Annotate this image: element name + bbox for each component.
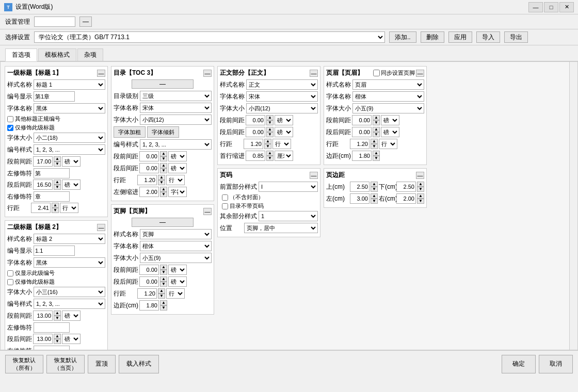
footer-before-up[interactable]: ▲	[160, 265, 167, 270]
h2-before-up[interactable]: ▲	[54, 311, 61, 316]
h2-shownum-check[interactable]	[7, 270, 13, 276]
toc-italic-btn[interactable]: 字体倾斜	[147, 126, 179, 138]
header-margin-input[interactable]	[352, 151, 372, 161]
toc-indent-up[interactable]: ▲	[160, 187, 167, 192]
body-size-select[interactable]: 小四(12)	[246, 103, 318, 113]
h2-num-input[interactable]	[34, 246, 75, 256]
h2-font-select[interactable]: 黑体	[34, 257, 105, 268]
toc-size-select[interactable]: 小四(12)	[140, 115, 212, 125]
footer-after-input[interactable]	[139, 276, 159, 287]
footer-minus[interactable]: —	[203, 208, 212, 215]
footer-size-select[interactable]: 小五(9)	[140, 253, 212, 263]
cancel-btn[interactable]: 取消	[539, 355, 573, 373]
h1-style-select[interactable]: 标题 1	[34, 79, 105, 90]
toc-minus[interactable]: —	[203, 70, 212, 77]
h2-after-up[interactable]: ▲	[54, 334, 61, 339]
header-line-unit[interactable]: 行	[379, 139, 397, 149]
h1-font-select[interactable]: 黑体	[34, 103, 105, 113]
header-after-input[interactable]	[352, 127, 372, 137]
margin-bottom-down[interactable]: ▼	[417, 187, 424, 192]
body-line-input[interactable]	[244, 139, 263, 149]
export-btn[interactable]: 导出	[504, 31, 528, 43]
load-style-btn[interactable]: 载入样式	[119, 355, 159, 373]
h2-leftdeco-input[interactable]	[34, 322, 70, 333]
footer-after-unit[interactable]: 磅	[168, 276, 187, 287]
h1-modify-check[interactable]	[7, 125, 13, 131]
header-after-up[interactable]: ▲	[373, 127, 380, 132]
h2-size-select[interactable]: 小三(16)	[34, 287, 105, 297]
margin-left-up[interactable]: ▲	[371, 193, 378, 199]
header-line-input[interactable]	[350, 139, 370, 149]
footer-before-unit[interactable]: 磅	[168, 265, 187, 275]
header-before-up[interactable]: ▲	[373, 115, 380, 120]
h1-before-up[interactable]: ▲	[54, 156, 61, 161]
right-scrollbar[interactable]	[569, 62, 577, 350]
body-line-unit[interactable]: 行	[272, 139, 291, 149]
header-style-select[interactable]: 页眉	[352, 79, 424, 90]
margin-top-down[interactable]: ▼	[371, 187, 378, 192]
h1-rightdeco-input[interactable]	[34, 191, 70, 202]
body-after-down[interactable]: ▼	[266, 132, 274, 137]
toc-font-select[interactable]: 宋体	[140, 103, 212, 113]
margin-left-down[interactable]: ▼	[371, 199, 378, 204]
margin-minus[interactable]: —	[416, 172, 424, 179]
toc-topbar[interactable]: —	[132, 79, 194, 89]
reset-current-btn[interactable]: 恢复默认 （当页）	[46, 355, 85, 373]
toc-before-down[interactable]: ▼	[160, 156, 167, 161]
footer-margin-up[interactable]: ▲	[160, 300, 167, 305]
h2-after-unit[interactable]: 磅	[62, 334, 81, 344]
h2-before-unit[interactable]: 磅	[62, 311, 81, 321]
toc-indent-down[interactable]: ▼	[160, 192, 167, 197]
h2-before-input[interactable]	[33, 311, 53, 321]
close-btn[interactable]: ✕	[559, 2, 574, 12]
body-after-up[interactable]: ▲	[266, 127, 274, 132]
tab-misc[interactable]: 杂项	[77, 48, 103, 61]
h2-after-down[interactable]: ▼	[54, 339, 61, 344]
body-line-up[interactable]: ▲	[264, 139, 271, 144]
add-btn[interactable]: 添加..	[389, 31, 416, 43]
margin-top-input[interactable]	[350, 182, 370, 192]
body-after-unit[interactable]: 磅	[275, 127, 293, 137]
body-minus[interactable]: —	[310, 70, 318, 77]
footer-line-input[interactable]	[137, 288, 157, 299]
h1-num-input[interactable]	[34, 91, 75, 102]
body-before-down[interactable]: ▼	[266, 120, 274, 125]
toc-before-up[interactable]: ▲	[160, 151, 167, 156]
h1-line-unit[interactable]: 行	[60, 203, 78, 213]
header-before-unit[interactable]: 磅	[381, 115, 399, 125]
toc-after-up[interactable]: ▲	[160, 163, 167, 168]
body-before-unit[interactable]: 磅	[275, 115, 293, 125]
toc-after-down[interactable]: ▼	[160, 168, 167, 173]
toc-line-down[interactable]: ▼	[158, 180, 165, 185]
toc-after-input[interactable]	[139, 163, 159, 173]
import-btn[interactable]: 导入	[476, 31, 500, 43]
margin-right-up[interactable]: ▲	[417, 193, 424, 199]
main-select[interactable]: 学位论文（理工类）GB/T 7713.1	[34, 31, 385, 43]
heading2-minus[interactable]: —	[97, 224, 105, 231]
footer-margin-down[interactable]: ▼	[160, 305, 167, 311]
toc-line-unit[interactable]: 行	[166, 175, 185, 185]
header-font-select[interactable]: 楷体	[352, 91, 424, 102]
header-before-down[interactable]: ▼	[373, 120, 380, 125]
body-indent-input[interactable]	[246, 151, 265, 161]
toc-indent-unit[interactable]: 字符	[168, 187, 187, 197]
header-line-down[interactable]: ▼	[371, 144, 378, 149]
pagenum-front-select[interactable]: I	[259, 182, 318, 192]
footer-line-unit[interactable]: 行	[166, 288, 185, 299]
header-size-select[interactable]: 小五(9)	[352, 103, 424, 113]
footer-style-select[interactable]: 页脚	[140, 229, 212, 239]
heading1-minus[interactable]: —	[97, 70, 105, 77]
toc-level-select[interactable]: 三级	[140, 91, 212, 101]
footer-before-down[interactable]: ▼	[160, 270, 167, 275]
header-minus[interactable]: —	[416, 70, 424, 77]
h1-other-num-check[interactable]	[7, 116, 13, 122]
toc-line-input[interactable]	[137, 175, 157, 185]
toc-before-input[interactable]	[139, 151, 159, 161]
h1-leftdeco-input[interactable]	[34, 168, 70, 178]
pagenum-rest-select[interactable]: 1	[259, 211, 318, 221]
minimize-btn[interactable]: —	[528, 2, 543, 12]
ok-btn[interactable]: 确定	[502, 355, 536, 373]
body-indent-down[interactable]: ▼	[266, 156, 274, 161]
maximize-btn[interactable]: □	[544, 2, 558, 12]
footer-margin-input[interactable]	[139, 300, 159, 311]
